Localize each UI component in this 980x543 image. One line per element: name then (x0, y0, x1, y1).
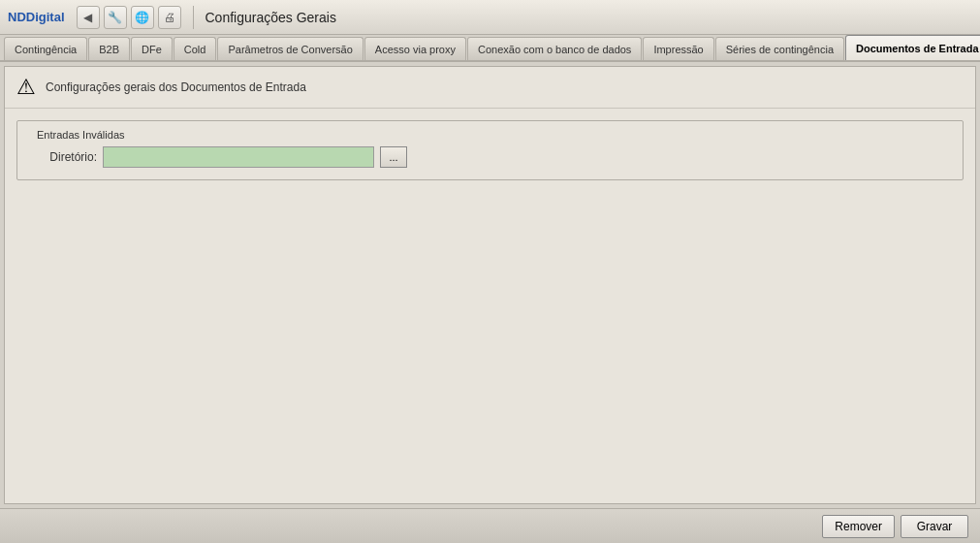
globe-icon[interactable]: 🌐 (131, 6, 154, 29)
diretorio-label: Diretório: (29, 150, 97, 164)
save-button[interactable]: Gravar (901, 515, 968, 538)
title-bar: NDDigital ◀ 🔧 🌐 🖨 Configurações Gerais (0, 0, 980, 35)
diretorio-input[interactable] (103, 146, 374, 168)
page-title: Configurações Gerais (205, 10, 336, 25)
fieldset-legend: Entradas Inválidas (33, 129, 951, 141)
print-icon[interactable]: 🖨 (158, 6, 181, 29)
info-description: Configurações gerais dos Documentos de E… (46, 80, 306, 94)
bottom-bar: Remover Gravar (0, 508, 980, 543)
fieldset-entradas-invalidas: Entradas Inválidas Diretório: ... (16, 120, 964, 180)
tab-documentos-entrada[interactable]: Documentos de Entrada (845, 35, 980, 60)
info-header: ⚠ Configurações gerais dos Documentos de… (5, 67, 975, 109)
back-icon[interactable]: ◀ (77, 6, 100, 29)
tab-parametros[interactable]: Parâmetros de Conversão (217, 37, 363, 60)
toolbar-separator (193, 6, 194, 29)
content-body: Entradas Inválidas Diretório: ... (5, 109, 975, 204)
diretorio-row: Diretório: ... (29, 146, 951, 168)
tab-impressao[interactable]: Impressão (643, 37, 713, 60)
toolbar-icons: ◀ 🔧 🌐 🖨 (77, 6, 181, 29)
tab-bar: Contingência B2B DFe Cold Parâmetros de … (0, 35, 980, 62)
tab-acesso-proxy[interactable]: Acesso via proxy (364, 37, 466, 60)
tab-cold[interactable]: Cold (174, 37, 217, 60)
warning-icon: ⚠ (16, 75, 36, 100)
settings-icon[interactable]: 🔧 (104, 6, 127, 29)
tab-series-contingencia[interactable]: Séries de contingência (715, 37, 844, 60)
main-content-area: ⚠ Configurações gerais dos Documentos de… (4, 66, 976, 504)
remove-button[interactable]: Remover (822, 515, 895, 538)
tab-b2b[interactable]: B2B (88, 37, 130, 60)
tab-contingencia[interactable]: Contingência (4, 37, 87, 60)
tab-conexao-banco[interactable]: Conexão com o banco de dados (467, 37, 642, 60)
app-logo: NDDigital (8, 10, 65, 24)
tab-dfe[interactable]: DFe (131, 37, 173, 60)
browse-button[interactable]: ... (380, 146, 407, 168)
